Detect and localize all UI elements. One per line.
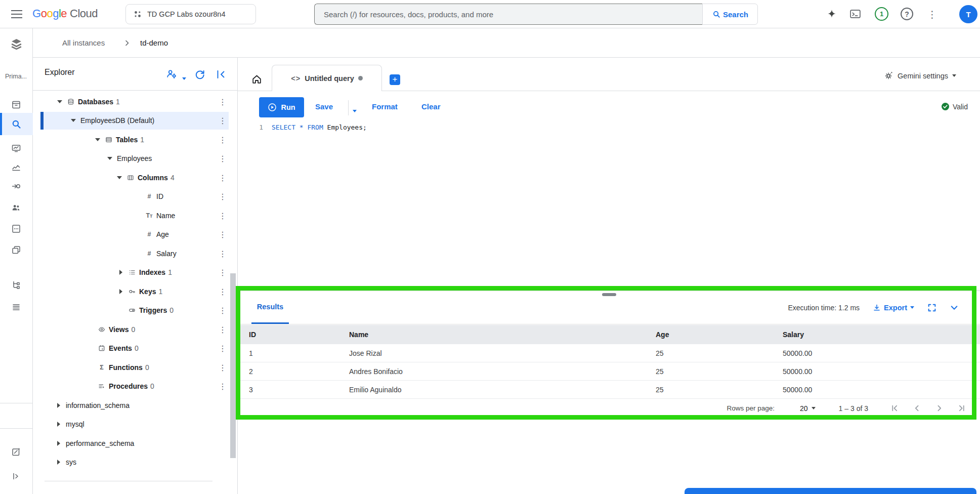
item-menu-kebab-icon[interactable]: ⋮ [219,97,226,106]
help-icon[interactable]: ? [901,8,913,20]
collapse-panel-icon[interactable] [215,68,227,80]
caret-right-icon[interactable] [55,401,63,409]
tree-item-columns[interactable]: Columns4⋮ [33,168,238,187]
tree-item-salary[interactable]: #Salary⋮ [33,244,238,263]
search-button[interactable]: Search [702,4,758,25]
panel-drag-handle[interactable] [602,293,616,296]
tree-item-employees[interactable]: Employees⋮ [33,149,238,169]
clear-button[interactable]: Clear [421,102,441,111]
run-button[interactable]: Run [259,97,304,117]
query-insights-icon[interactable] [6,157,26,178]
explorer-scrollbar[interactable] [230,273,236,458]
overview-icon[interactable] [6,95,26,115]
tree-item-label: Tables [116,136,138,144]
tree-item-sys[interactable]: sys [33,453,238,472]
item-menu-kebab-icon[interactable]: ⋮ [219,306,226,315]
users-icon[interactable] [6,197,26,218]
tab-untitled-query[interactable]: <> Untitled query [272,65,382,91]
caret-down-icon[interactable] [56,98,64,106]
studio-search-icon[interactable] [6,114,26,134]
tree-item-indexes[interactable]: Indexes1⋮ [33,263,238,282]
item-menu-kebab-icon[interactable]: ⋮ [219,362,226,372]
new-tab-button[interactable]: + [390,74,400,85]
table-row[interactable]: 1Jose Rizal2550000.00 [238,344,980,362]
export-button[interactable]: Export [873,304,914,312]
caret-right-icon[interactable] [55,420,63,428]
last-page-icon[interactable] [957,404,966,413]
iam-dropdown-caret[interactable] [182,73,186,82]
item-menu-kebab-icon[interactable]: ⋮ [219,154,226,163]
caret-right-icon[interactable] [117,287,125,296]
hamburger-menu-icon[interactable] [11,10,22,18]
databases-icon[interactable] [6,219,26,239]
breadcrumb-all-instances[interactable]: All instances [62,38,105,47]
tree-item-age[interactable]: #Age⋮ [33,225,238,244]
format-button[interactable]: Format [372,102,398,111]
system-insights-icon[interactable] [6,138,26,158]
caret-right-icon[interactable] [55,458,63,466]
table-row[interactable]: 2Andres Bonifacio2550000.00 [238,362,980,381]
caret-down-icon[interactable] [69,116,77,125]
connections-icon[interactable] [6,176,26,196]
tree-item-information-schema[interactable]: information_schema [33,396,238,415]
tree-item-id[interactable]: #ID⋮ [33,187,238,207]
hidden-panel-edge[interactable] [685,488,976,494]
item-menu-kebab-icon[interactable]: ⋮ [219,135,226,144]
rows-per-page-select[interactable]: 20 [800,404,816,413]
cloud-shell-icon[interactable] [849,8,861,20]
gemini-spark-icon[interactable] [826,9,837,20]
replication-icon[interactable] [6,275,26,295]
operations-icon[interactable] [6,297,26,317]
iam-settings-icon[interactable] [166,68,178,80]
tree-item-triggers[interactable]: Triggers0⋮ [33,301,238,320]
prev-page-icon[interactable] [913,404,921,413]
item-menu-kebab-icon[interactable]: ⋮ [219,211,226,220]
first-page-icon[interactable] [890,404,899,413]
home-tab-icon[interactable] [251,73,263,85]
tree-item-databases[interactable]: Databases1⋮ [33,92,238,111]
tree-item-employeesdb-default[interactable]: EmployeesDB (Default)⋮ [33,111,238,131]
save-dropdown-caret[interactable] [353,105,357,114]
gemini-settings-button[interactable]: Gemini settings [884,71,956,80]
sql-editor-line[interactable]: 1 SELECT * FROM Employees; [238,124,367,134]
next-page-icon[interactable] [935,404,944,413]
item-menu-kebab-icon[interactable]: ⋮ [219,268,226,277]
backups-icon[interactable] [6,240,26,260]
caret-right-icon[interactable] [55,439,63,447]
table-row[interactable]: 3Emilio Aguinaldo2550000.00 [238,381,980,399]
save-button[interactable]: Save [315,102,333,111]
tree-item-mysql[interactable]: mysql [33,415,238,434]
expand-rail-icon[interactable] [6,466,26,486]
item-menu-kebab-icon[interactable]: ⋮ [219,382,226,391]
more-options-icon[interactable]: ⋮ [927,9,937,20]
item-menu-kebab-icon[interactable]: ⋮ [219,116,226,126]
item-menu-kebab-icon[interactable]: ⋮ [219,173,226,182]
caret-down-icon[interactable] [106,154,114,162]
avatar[interactable]: T [959,5,977,23]
tree-item-views[interactable]: Views0⋮ [33,320,238,339]
tree-item-events[interactable]: Events0⋮ [33,339,238,358]
item-menu-kebab-icon[interactable]: ⋮ [219,286,226,296]
tree-item-keys[interactable]: Keys1⋮ [33,282,238,301]
tree-item-performance-schema[interactable]: performance_schema [33,434,238,453]
tree-item-name[interactable]: TTName⋮ [33,206,238,225]
project-selector[interactable]: TD GCP Labs ozour8n4 [125,4,256,24]
item-menu-kebab-icon[interactable]: ⋮ [219,192,226,201]
item-menu-kebab-icon[interactable]: ⋮ [219,249,226,258]
tab-results[interactable]: Results [251,291,289,324]
caret-down-icon[interactable] [115,174,123,182]
item-menu-kebab-icon[interactable]: ⋮ [219,230,226,239]
fullscreen-icon[interactable] [927,303,936,312]
caret-down-icon[interactable] [94,136,102,144]
caret-right-icon[interactable] [117,268,125,276]
release-notes-icon[interactable] [6,442,26,462]
notifications-badge[interactable]: 1 [875,7,888,21]
item-menu-kebab-icon[interactable]: ⋮ [219,344,226,353]
tree-item-functions[interactable]: ΣFunctions0⋮ [33,358,238,377]
tree-item-tables[interactable]: Tables1⋮ [33,130,238,149]
tree-item-procedures[interactable]: Procedures0⋮ [33,377,238,396]
collapse-results-chevron-icon[interactable] [950,303,959,312]
item-menu-kebab-icon[interactable]: ⋮ [219,324,226,334]
refresh-icon[interactable] [194,68,206,80]
global-search-input[interactable]: Search (/) for resources, docs, products… [314,4,702,25]
